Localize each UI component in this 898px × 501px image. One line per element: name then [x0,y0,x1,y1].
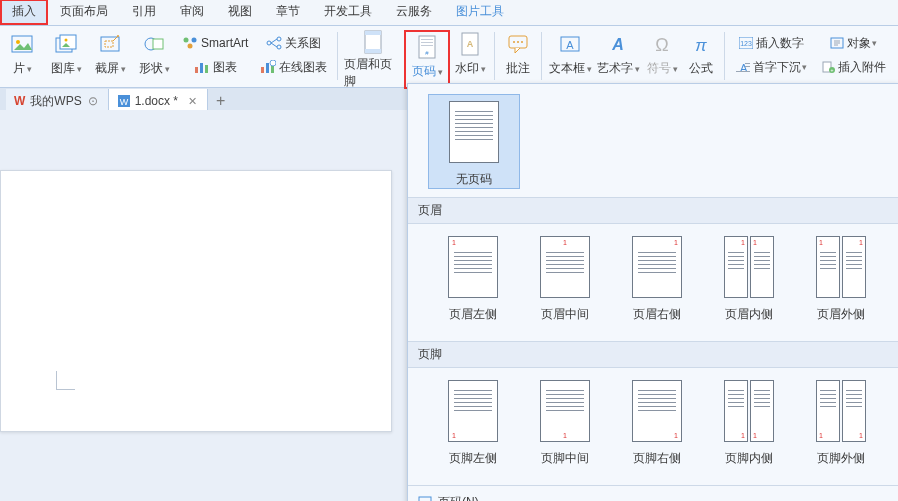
opt-header-inner[interactable]: 1 1 页眉内侧 [704,236,794,323]
opt-footer-outer[interactable]: 1 1 页脚外侧 [796,380,886,467]
page[interactable] [0,170,392,432]
cmd-relation[interactable]: 关系图 [262,34,325,52]
svg-rect-47 [736,71,750,72]
dropcap-icon: A [736,61,750,73]
cmd-chart[interactable]: 图表 [190,58,241,76]
relation-icon [266,36,282,50]
cmd-textbox[interactable]: A 文本框▾ [548,30,592,83]
svg-text:+: + [830,67,833,73]
svg-rect-5 [101,37,119,51]
pagenum-more[interactable]: # 页码(N)... [408,485,898,501]
tab-pagelayout[interactable]: 页面布局 [48,0,120,25]
cmd-gallery[interactable]: 图库▾ [46,30,86,83]
svg-rect-20 [266,63,269,73]
svg-text:A: A [612,36,625,53]
svg-point-22 [270,60,276,66]
add-tab-button[interactable]: + [208,92,233,110]
svg-point-36 [521,41,523,43]
wordart-icon: A [607,30,629,58]
attach-icon: + [821,61,835,73]
svg-point-4 [65,39,68,42]
separator [541,32,542,80]
cmd-shapes[interactable]: 形状▾ [134,30,174,83]
tab-view[interactable]: 视图 [216,0,264,25]
opt-footer-center[interactable]: 1 页脚中间 [520,380,610,467]
tab-section[interactable]: 章节 [264,0,312,25]
hash-icon: # [418,496,432,502]
headerfooter-icon [362,30,384,54]
opt-header-right[interactable]: 1 页眉右侧 [612,236,702,323]
svg-text:123: 123 [740,40,752,47]
tab-picturetools[interactable]: 图片工具 [444,0,516,25]
chevron-down-icon: ▾ [27,64,32,74]
page-margin-marker [56,371,75,390]
section-footer-options: 1 页脚左侧 1 页脚中间 1 页脚右侧 1 1 页脚内侧 1 1 页脚外侧 [408,368,898,485]
svg-rect-24 [365,31,381,35]
cmd-headerfooter[interactable]: 页眉和页脚 [344,30,402,83]
menu-tabs: 插入 页面布局 引用 审阅 视图 章节 开发工具 云服务 图片工具 [0,0,898,26]
cmd-wordart[interactable]: A 艺术字▾ [596,30,640,83]
section-header-footer: 页脚 [408,341,898,368]
svg-text:W: W [119,97,128,107]
cmd-smartart[interactable]: SmartArt [178,34,252,52]
wps-logo-icon: W [14,94,25,108]
cmd-dropcap[interactable]: A首字下沉▾ [732,58,811,76]
svg-point-16 [267,41,271,45]
opt-footer-right[interactable]: 1 页脚右侧 [612,380,702,467]
opt-footer-inner[interactable]: 1 1 页脚内侧 [704,380,794,467]
cmd-insertnum[interactable]: 123插入数字 [735,34,808,52]
svg-point-35 [517,41,519,43]
cmd-screenshot[interactable]: 截屏▾ [90,30,130,83]
opt-header-outer[interactable]: 1 1 页眉外侧 [796,236,886,323]
svg-text:A: A [567,39,575,51]
svg-point-34 [513,41,515,43]
object-icon [830,37,844,49]
tab-references[interactable]: 引用 [120,0,168,25]
svg-rect-28 [421,39,433,40]
opt-footer-left[interactable]: 1 页脚左侧 [428,380,518,467]
watermark-icon: A [460,30,480,58]
svg-rect-6 [105,41,113,47]
separator [724,32,725,80]
svg-point-12 [188,44,193,49]
svg-rect-25 [365,49,381,53]
section-header-header: 页眉 [408,197,898,224]
tab-review[interactable]: 审阅 [168,0,216,25]
tab-insert[interactable]: 插入 [0,0,48,25]
cmd-object[interactable]: 对象▾ [826,34,881,52]
svg-point-11 [192,38,197,43]
close-icon[interactable]: ✕ [188,95,197,108]
group-relation-online: 关系图 在线图表 [256,30,331,80]
svg-rect-14 [200,63,203,73]
cmd-picture[interactable]: 片▾ [2,30,42,83]
cmd-watermark[interactable]: A 水印▾ [452,30,488,83]
svg-rect-29 [421,42,433,43]
screenshot-icon [99,30,121,58]
opt-header-left[interactable]: 1 页眉左侧 [428,236,518,323]
svg-rect-46 [745,66,750,67]
tab-devtools[interactable]: 开发工具 [312,0,384,25]
cmd-formula[interactable]: π 公式 [684,30,718,83]
textbox-icon: A [559,30,581,58]
cmd-onlinechart[interactable]: 在线图表 [256,58,331,76]
tab-cloud[interactable]: 云服务 [384,0,444,25]
svg-point-7 [117,35,119,37]
group-smartart-chart: SmartArt 图表 [178,30,252,80]
symbol-icon: Ω [651,30,673,58]
pagenum-dropdown: 无页码 页眉 1 页眉左侧 1 页眉中间 1 页眉右侧 1 1 页眉内侧 1 1 [407,83,898,501]
svg-rect-13 [195,67,198,73]
cmd-pagenum[interactable]: # 页码▾ [409,33,445,86]
section-header-options: 1 页眉左侧 1 页眉中间 1 页眉右侧 1 1 页眉内侧 1 1 页眉外侧 [408,224,898,341]
opt-header-center[interactable]: 1 页眉中间 [520,236,610,323]
group-right2: 对象▾ +插入附件 [815,30,891,80]
word-doc-icon: W [117,94,131,108]
pagenum-icon: # [417,33,437,61]
pin-icon[interactable]: ⊙ [88,94,98,108]
opt-none[interactable]: 无页码 [428,94,520,189]
svg-rect-45 [745,63,750,64]
cmd-attach[interactable]: +插入附件 [817,58,890,76]
cmd-comment[interactable]: 批注 [501,30,535,83]
cmd-symbol[interactable]: Ω 符号▾ [644,30,680,83]
svg-text:π: π [696,36,708,55]
highlight-pagenum: # 页码▾ [404,30,450,89]
